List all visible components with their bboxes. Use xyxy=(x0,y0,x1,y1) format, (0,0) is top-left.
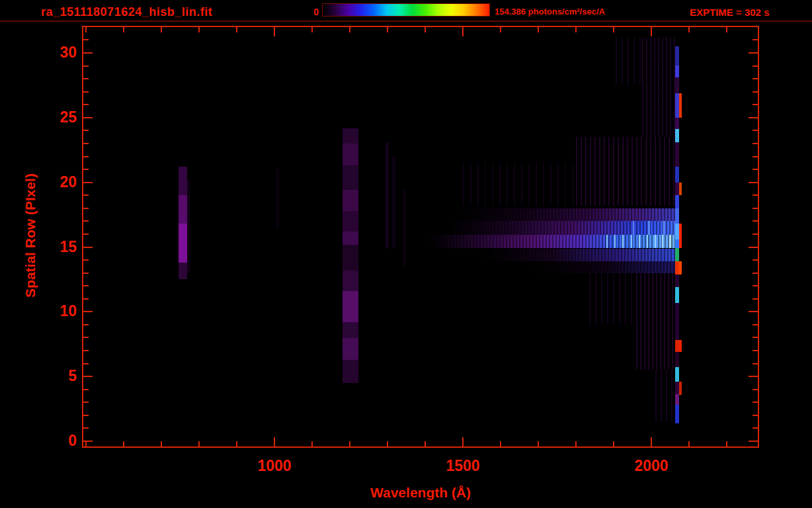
airglow-column-1200-segment xyxy=(343,190,358,210)
x-tick-bottom xyxy=(500,441,501,446)
y-tick-left xyxy=(83,259,89,261)
x-tick-bottom xyxy=(387,441,388,446)
y-tick-right xyxy=(752,389,758,390)
x-tick-top xyxy=(161,27,162,32)
x-tick-top xyxy=(198,27,200,32)
emission-blob-760-segment xyxy=(179,263,187,279)
plot-area xyxy=(83,27,758,446)
x-tick-bottom xyxy=(462,437,464,446)
faint-column-1300b xyxy=(392,157,395,249)
airglow-column-1200-segment xyxy=(343,128,358,144)
x-tick-bottom xyxy=(198,441,200,446)
y-tick-left xyxy=(83,104,89,105)
y-tick-left xyxy=(83,441,93,442)
x-tick-label: 1000 xyxy=(245,457,304,475)
y-tick-right xyxy=(752,350,758,351)
x-tick-bottom xyxy=(538,441,539,446)
faint-column-1300a xyxy=(386,142,389,248)
airglow-column-1200-segment xyxy=(343,232,358,245)
scatter-fan-upper-left xyxy=(463,163,576,206)
edge-red-accents xyxy=(679,46,682,423)
x-tick-bottom xyxy=(236,441,237,446)
x-tick-top xyxy=(726,27,727,32)
x-tick-top xyxy=(500,27,501,32)
y-tick-left xyxy=(83,350,89,351)
y-tick-left xyxy=(83,78,89,79)
scatter-fan-upper-inner xyxy=(576,137,678,206)
y-tick-left xyxy=(83,52,93,54)
x-tick-top xyxy=(123,27,124,32)
y-tick-right xyxy=(752,156,758,157)
y-tick-right xyxy=(752,220,758,222)
x-tick-top xyxy=(85,27,87,32)
airglow-column-1200-segment xyxy=(343,271,358,291)
y-tick-left xyxy=(83,376,93,377)
x-tick-top xyxy=(688,27,690,32)
bright-column-line xyxy=(639,235,640,249)
y-tick-left xyxy=(83,285,89,286)
x-tick-bottom xyxy=(85,441,87,446)
continuum-band-row16 xyxy=(430,235,678,249)
y-tick-right xyxy=(752,143,758,144)
y-tick-label: 0 xyxy=(25,432,77,450)
x-tick-bottom xyxy=(425,441,426,446)
y-tick-left xyxy=(83,389,89,390)
y-tick-right xyxy=(752,104,758,105)
bright-column-line xyxy=(606,235,608,249)
airglow-column-1200-segment xyxy=(343,338,358,360)
y-tick-left xyxy=(83,156,89,157)
x-tick-label: 2000 xyxy=(622,457,681,475)
y-tick-right xyxy=(752,233,758,235)
x-tick-bottom xyxy=(651,437,652,446)
y-tick-left xyxy=(83,130,89,131)
y-tick-left xyxy=(83,39,89,40)
y-tick-right xyxy=(749,247,758,248)
emission-blob-halo xyxy=(187,180,190,273)
y-tick-label: 30 xyxy=(25,44,77,62)
x-tick-top xyxy=(613,27,614,32)
bright-column-line xyxy=(663,221,665,235)
y-tick-left xyxy=(83,402,89,403)
edge-red-accents-segment xyxy=(679,261,682,275)
bright-column-line xyxy=(614,235,616,249)
edge-red-accents-segment xyxy=(679,93,682,118)
emission-blob-760 xyxy=(179,167,187,279)
y-tick-right xyxy=(749,441,758,442)
x-tick-top xyxy=(236,27,237,32)
y-tick-left xyxy=(83,298,89,300)
y-tick-right xyxy=(749,182,758,183)
y-tick-right xyxy=(752,130,758,131)
continuum-band-row14 xyxy=(531,261,678,273)
bright-column-line xyxy=(622,235,624,249)
file-title: ra_151118071624_hisb_lin.fit xyxy=(41,5,212,19)
continuum-band-row17 xyxy=(448,221,678,235)
airglow-column-1200 xyxy=(343,128,358,384)
airglow-column-1200-segment xyxy=(343,245,358,271)
bright-column-line xyxy=(631,235,632,249)
y-tick-right xyxy=(752,324,758,325)
y-tick-right xyxy=(752,363,758,364)
y-tick-left xyxy=(83,169,89,170)
bright-column-line xyxy=(647,235,648,249)
airglow-column-1200-segment xyxy=(343,322,358,338)
y-tick-right xyxy=(752,208,758,209)
y-tick-left xyxy=(83,273,89,274)
y-tick-label: 20 xyxy=(25,173,77,191)
y-tick-left xyxy=(83,311,93,312)
y-tick-right xyxy=(749,52,758,54)
y-tick-right xyxy=(752,273,758,274)
y-tick-left xyxy=(83,194,89,196)
y-tick-left xyxy=(83,91,89,93)
x-tick-top xyxy=(311,27,313,32)
x-tick-top xyxy=(349,27,350,32)
bright-column-line xyxy=(662,235,663,249)
y-tick-label: 25 xyxy=(25,108,77,126)
exposure-time-label: EXPTIME = 302 s xyxy=(690,7,769,18)
y-tick-left xyxy=(83,182,93,183)
airglow-column-1200-segment xyxy=(343,165,358,190)
x-tick-bottom xyxy=(613,441,614,446)
y-tick-right xyxy=(752,91,758,93)
x-tick-top xyxy=(274,27,275,36)
colorbar-max-label: 154.386 photons/cm²/sec/A xyxy=(495,7,605,17)
x-tick-bottom xyxy=(274,437,275,446)
